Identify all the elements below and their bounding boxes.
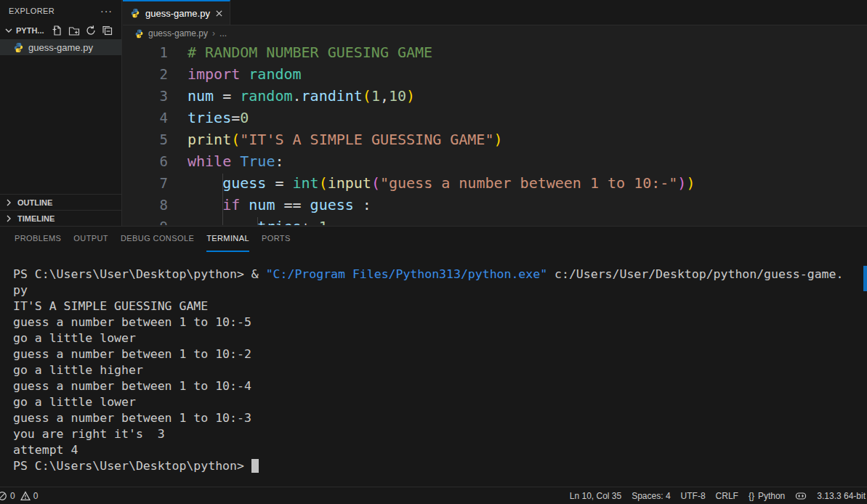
editor-group: guess-game.py guess-game.py › ... 1# RAN…: [123, 0, 867, 226]
line-number: 2: [123, 63, 168, 85]
error-count: 0: [10, 491, 15, 501]
line-number: 9: [123, 216, 168, 225]
folder-name: PYTH...: [16, 26, 44, 35]
terminal-line: guess a number between 1 to 10:-2: [13, 346, 867, 362]
bottom-panel: PROBLEMSOUTPUTDEBUG CONSOLETERMINALPORTS…: [0, 226, 867, 487]
warning-triangle-icon: [20, 491, 31, 501]
warning-count: 0: [33, 491, 39, 501]
status-eol[interactable]: CRLF: [716, 491, 738, 501]
close-icon[interactable]: [215, 9, 223, 17]
code-text: tries=0: [168, 107, 249, 129]
terminal-line: go a little higher: [13, 362, 867, 378]
python-file-icon: [130, 8, 140, 18]
explorer-folder-section[interactable]: PYTH...: [0, 22, 121, 39]
terminal-line: PS C:\Users\User\Desktop\python> & "C:/P…: [13, 267, 867, 283]
terminal-line: PS C:\Users\User\Desktop\python>: [13, 458, 867, 474]
timeline-label: TIMELINE: [17, 214, 55, 223]
terminal-line: attempt 4: [13, 442, 867, 458]
file-list: guess-game.py: [0, 39, 121, 55]
terminal-line: guess a number between 1 to 10:-5: [13, 314, 867, 330]
status-encoding[interactable]: UTF-8: [681, 491, 706, 501]
line-number: 5: [123, 129, 168, 150]
panel-tab-ports[interactable]: PORTS: [262, 227, 291, 252]
panel-tab-debug-console[interactable]: DEBUG CONSOLE: [121, 227, 194, 252]
terminal-line: you are right it's 3: [13, 426, 867, 442]
code-text: guess = int(input("guess a number betwee…: [168, 172, 695, 194]
line-number: 6: [123, 150, 168, 172]
python-file-icon: [134, 29, 144, 38]
sidebar-bottom-sections: OUTLINE TIMELINE: [0, 194, 121, 226]
outline-label: OUTLINE: [17, 198, 52, 207]
line-number: 1: [123, 41, 168, 63]
panel-tab-terminal[interactable]: TERMINAL: [206, 227, 249, 252]
status-cursor-position[interactable]: Ln 10, Col 35: [570, 491, 621, 501]
file-item-label: guess-game.py: [28, 42, 93, 53]
file-item-guess-game[interactable]: guess-game.py: [0, 39, 121, 55]
vscode-window: EXPLORER ··· PYTH...: [0, 0, 867, 504]
panel-tab-bar: PROBLEMSOUTPUTDEBUG CONSOLETERMINALPORTS: [0, 227, 867, 252]
code-text: print("IT'S A SIMPLE GUESSING GAME"): [168, 129, 503, 150]
chevron-right-icon: [3, 197, 15, 208]
collapse-all-icon[interactable]: [102, 25, 113, 36]
problems-status[interactable]: 0 0: [0, 491, 38, 501]
status-indentation[interactable]: Spaces: 4: [632, 491, 670, 501]
terminal-line: go a little lower: [13, 394, 867, 410]
breadcrumb[interactable]: guess-game.py › ...: [123, 25, 867, 41]
panel-tab-output[interactable]: OUTPUT: [73, 227, 108, 252]
terminal-line: guess a number between 1 to 10:-3: [13, 410, 867, 426]
breadcrumb-file[interactable]: guess-game.py: [148, 28, 208, 38]
explorer-title: EXPLORER: [9, 7, 55, 15]
code-line[interactable]: 9 tries+=1: [123, 216, 867, 225]
code-editor[interactable]: 1# RANDOM NUMBER GUESING GAME2import ran…: [123, 41, 867, 225]
indent-guide: [257, 217, 258, 225]
explorer-actions: [52, 25, 113, 36]
code-line[interactable]: 8 if num == guess :: [123, 194, 867, 216]
code-text: # RANDOM NUMBER GUESING GAME: [168, 41, 432, 63]
line-number: 8: [123, 194, 168, 216]
status-python-version[interactable]: 3.13.3 64-bit: [817, 491, 866, 501]
copilot-icon[interactable]: [795, 491, 807, 501]
code-text: num = random.randint(1,10): [168, 85, 415, 107]
tab-label: guess-game.py: [145, 8, 210, 19]
language-label: Python: [758, 491, 785, 501]
status-language-mode[interactable]: {} Python: [749, 491, 785, 501]
code-line[interactable]: 1# RANDOM NUMBER GUESING GAME: [123, 41, 867, 63]
braces-icon: {}: [749, 491, 754, 501]
status-right-items: Ln 10, Col 35 Spaces: 4 UTF-8 CRLF {} Py…: [570, 491, 867, 501]
outline-section[interactable]: OUTLINE: [0, 194, 121, 210]
chevron-down-icon: [3, 25, 15, 36]
status-bar: 0 0 Ln 10, Col 35 Spaces: 4 UTF-8 CRLF {…: [0, 487, 867, 504]
breadcrumb-symbol-more[interactable]: ...: [219, 28, 227, 38]
code-line[interactable]: 6while True:: [123, 150, 867, 172]
indent-guide: [222, 174, 223, 225]
new-file-icon[interactable]: [52, 25, 63, 36]
new-folder-icon[interactable]: [68, 25, 80, 36]
code-text: if num == guess :: [168, 194, 371, 216]
code-lines: 1# RANDOM NUMBER GUESING GAME2import ran…: [123, 41, 867, 225]
code-line[interactable]: 2import random: [123, 63, 867, 85]
explorer-sidebar: EXPLORER ··· PYTH...: [0, 0, 122, 226]
terminal-output[interactable]: PS C:\Users\User\Desktop\python> & "C:/P…: [0, 252, 867, 474]
line-number: 3: [123, 85, 168, 107]
panel-tab-problems[interactable]: PROBLEMS: [15, 227, 61, 252]
code-line[interactable]: 7 guess = int(input("guess a number betw…: [123, 172, 867, 194]
line-number: 7: [123, 172, 168, 194]
breadcrumb-separator: ›: [212, 28, 215, 38]
explorer-header: EXPLORER ···: [0, 0, 121, 22]
editor-tab-bar: guess-game.py: [123, 0, 867, 25]
code-text: import random: [168, 63, 302, 85]
tab-guess-game[interactable]: guess-game.py: [123, 0, 230, 25]
refresh-icon[interactable]: [85, 25, 97, 36]
code-line[interactable]: 5print("IT'S A SIMPLE GUESSING GAME"): [123, 129, 867, 150]
terminal-scroll-decoration: [863, 266, 867, 291]
code-line[interactable]: 4tries=0: [123, 107, 867, 129]
terminal-line: guess a number between 1 to 10:-4: [13, 378, 867, 394]
timeline-section[interactable]: TIMELINE: [0, 210, 121, 226]
code-line[interactable]: 3num = random.randint(1,10): [123, 85, 867, 107]
error-circle-icon: [0, 491, 7, 501]
terminal-line: IT'S A SIMPLE GUESSING GAME: [13, 298, 867, 314]
code-text: while True:: [168, 150, 283, 172]
code-text: tries+=1: [168, 216, 328, 225]
views-and-more-actions-icon[interactable]: ···: [100, 5, 113, 17]
terminal-cursor: [251, 459, 259, 473]
